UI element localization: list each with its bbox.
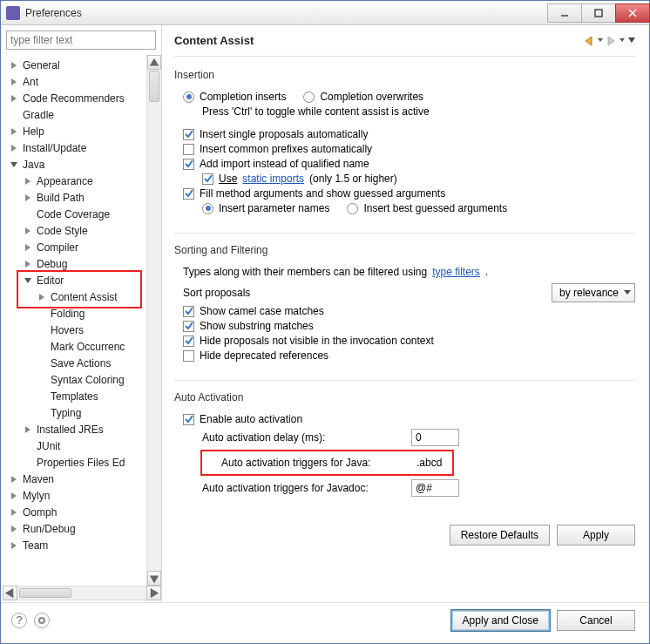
import-export-icon[interactable] bbox=[34, 613, 50, 628]
tree-item[interactable]: Oomph bbox=[3, 504, 146, 520]
tree-label: Code Coverage bbox=[35, 207, 112, 221]
tree-item[interactable]: Typing bbox=[3, 404, 146, 421]
tree-item[interactable]: Properties Files Ed bbox=[3, 454, 146, 471]
tree-twisty-icon[interactable] bbox=[10, 491, 18, 500]
tree-item[interactable]: Compiler bbox=[3, 239, 146, 255]
insert-single-checkbox[interactable] bbox=[183, 129, 194, 140]
tree-item[interactable]: Maven bbox=[3, 471, 146, 487]
tree-twisty-icon[interactable] bbox=[10, 144, 18, 153]
tree-twisty-icon[interactable] bbox=[10, 78, 18, 86]
page-title: Content Assist bbox=[174, 34, 254, 47]
tree-twisty-icon[interactable] bbox=[10, 541, 18, 550]
tree-twisty-icon[interactable] bbox=[24, 425, 32, 434]
scroll-up-icon[interactable] bbox=[147, 55, 161, 70]
tree-item[interactable]: Code Recommenders bbox=[3, 90, 146, 106]
apply-button[interactable]: Apply bbox=[557, 525, 635, 546]
insert-best-guessed-radio[interactable] bbox=[347, 203, 358, 214]
tree-spacer bbox=[24, 458, 32, 467]
scroll-thumb[interactable] bbox=[149, 71, 159, 102]
insertion-heading: Insertion bbox=[174, 69, 635, 81]
tree-twisty-icon[interactable] bbox=[10, 525, 18, 533]
insert-param-names-radio[interactable] bbox=[202, 203, 213, 214]
sort-proposals-combo[interactable]: by relevance bbox=[552, 283, 635, 302]
tree-twisty-icon[interactable] bbox=[10, 61, 18, 70]
tree-item[interactable]: Team bbox=[3, 537, 146, 553]
forward-button[interactable] bbox=[606, 36, 625, 46]
tree-item[interactable]: General bbox=[3, 57, 146, 73]
camel-case-checkbox[interactable] bbox=[183, 306, 194, 317]
tree-item[interactable]: Help bbox=[3, 123, 146, 139]
tree-twisty-icon[interactable] bbox=[24, 177, 32, 186]
tree-item[interactable]: Build Path bbox=[3, 189, 146, 206]
substring-checkbox[interactable] bbox=[183, 321, 194, 332]
tree-item[interactable]: Folding bbox=[3, 305, 146, 322]
tree-item[interactable]: Templates bbox=[3, 388, 146, 404]
tree-twisty-icon[interactable] bbox=[37, 293, 46, 302]
svg-rect-1 bbox=[595, 10, 602, 17]
enable-auto-activation-checkbox[interactable] bbox=[183, 414, 194, 425]
tree-item[interactable]: Install/Update bbox=[3, 139, 146, 156]
tree-item[interactable]: Gradle bbox=[3, 106, 146, 123]
triggers-java-input[interactable] bbox=[413, 454, 452, 471]
auto-delay-input[interactable] bbox=[411, 429, 459, 446]
completion-inserts-radio[interactable] bbox=[183, 92, 194, 103]
tree-item[interactable]: Ant bbox=[3, 73, 146, 90]
use-static-imports-checkbox[interactable] bbox=[202, 173, 213, 185]
cancel-button[interactable]: Cancel bbox=[557, 610, 635, 631]
filter-input[interactable] bbox=[6, 31, 156, 50]
tree-twisty-icon[interactable] bbox=[10, 475, 18, 484]
maximize-button[interactable] bbox=[581, 3, 616, 23]
tree-item[interactable]: Mark Occurrenc bbox=[3, 338, 146, 355]
tree-hscroll[interactable] bbox=[3, 586, 161, 600]
tree-label: Team bbox=[21, 539, 50, 552]
triggers-javadoc-input[interactable] bbox=[411, 479, 459, 497]
tree-item[interactable]: Syntax Coloring bbox=[3, 371, 146, 388]
apply-and-close-button[interactable]: Apply and Close bbox=[451, 610, 550, 631]
tree-item[interactable]: Debug bbox=[3, 255, 146, 272]
hide-invisible-checkbox[interactable] bbox=[183, 336, 194, 347]
help-icon[interactable]: ? bbox=[11, 613, 27, 628]
tree-item[interactable]: Run/Debug bbox=[3, 520, 146, 537]
tree-item[interactable]: Editor bbox=[3, 272, 146, 288]
type-filters-link[interactable]: type filters bbox=[432, 266, 480, 278]
hscroll-thumb[interactable] bbox=[19, 588, 71, 598]
menu-button[interactable] bbox=[628, 37, 635, 44]
insert-common-checkbox[interactable] bbox=[183, 144, 194, 155]
tree-item[interactable]: Content Assist bbox=[3, 288, 146, 305]
tree-twisty-icon[interactable] bbox=[10, 508, 18, 517]
static-imports-link[interactable]: static imports bbox=[242, 173, 304, 185]
scroll-down-icon[interactable] bbox=[147, 571, 161, 586]
tree-item[interactable]: Code Style bbox=[3, 222, 146, 239]
tree-twisty-icon[interactable] bbox=[10, 160, 18, 169]
tree-twisty-icon[interactable] bbox=[24, 227, 32, 235]
tree-item[interactable]: Hovers bbox=[3, 322, 146, 338]
tree-twisty-icon[interactable] bbox=[24, 193, 32, 202]
hide-deprecated-checkbox[interactable] bbox=[183, 350, 194, 362]
preferences-tree[interactable]: GeneralAntCode RecommendersGradleHelpIns… bbox=[1, 55, 146, 586]
restore-defaults-button[interactable]: Restore Defaults bbox=[450, 525, 550, 546]
tree-twisty-icon[interactable] bbox=[24, 243, 32, 252]
close-button[interactable] bbox=[615, 3, 650, 23]
fill-arguments-checkbox[interactable] bbox=[183, 188, 194, 200]
tree-item[interactable]: Mylyn bbox=[3, 487, 146, 504]
scroll-right-icon[interactable] bbox=[146, 586, 161, 600]
back-button[interactable] bbox=[585, 36, 603, 46]
tree-item[interactable]: JUnit bbox=[3, 437, 146, 454]
tree-item[interactable]: Code Coverage bbox=[3, 206, 146, 222]
tree-vscroll[interactable] bbox=[146, 55, 161, 586]
svg-marker-25 bbox=[5, 588, 13, 598]
tree-item[interactable]: Java bbox=[3, 156, 146, 173]
tree-item[interactable]: Appearance bbox=[3, 173, 146, 189]
tree-item[interactable]: Save Actions bbox=[3, 355, 146, 371]
tree-twisty-icon[interactable] bbox=[10, 127, 18, 136]
svg-marker-18 bbox=[11, 476, 17, 483]
tree-twisty-icon[interactable] bbox=[24, 260, 32, 268]
tree-twisty-icon[interactable] bbox=[24, 276, 32, 285]
add-import-checkbox[interactable] bbox=[183, 159, 194, 170]
scroll-left-icon[interactable] bbox=[3, 586, 17, 600]
tree-twisty-icon[interactable] bbox=[10, 94, 18, 103]
tree-item[interactable]: Installed JREs bbox=[3, 421, 146, 437]
svg-marker-7 bbox=[11, 128, 17, 135]
minimize-button[interactable] bbox=[547, 3, 582, 23]
completion-overwrites-radio[interactable] bbox=[303, 92, 315, 103]
